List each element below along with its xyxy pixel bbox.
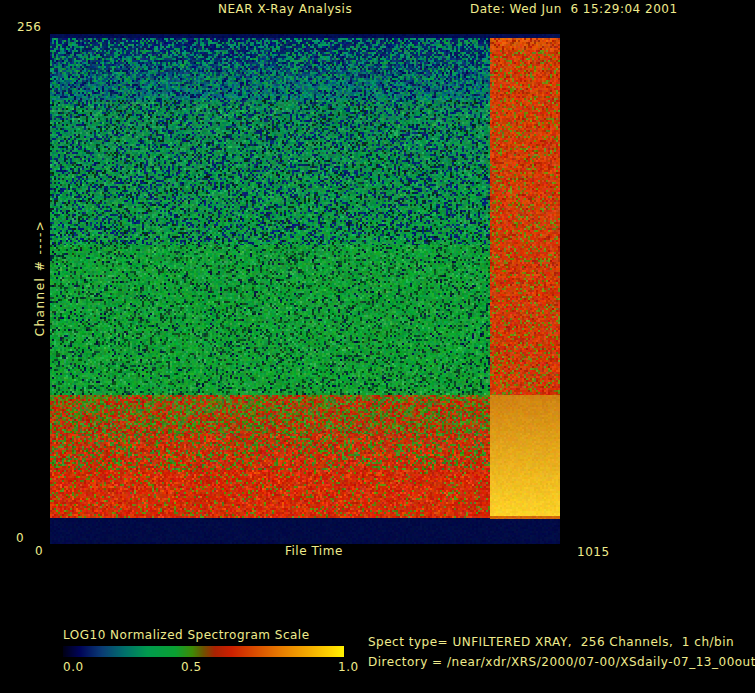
date-label: Date: Wed Jun 6 15:29:04 2001 bbox=[470, 3, 678, 16]
y-axis-title: Channel # ----> bbox=[33, 220, 47, 337]
near-xray-analysis-window: NEAR X-Ray Analysis Date: Wed Jun 6 15:2… bbox=[0, 0, 755, 693]
page-title: NEAR X-Ray Analysis bbox=[218, 3, 352, 16]
y-axis-max-tick: 256 bbox=[17, 21, 41, 34]
spect-type-line: Spect type= UNFILTERED XRAY, 256 Channel… bbox=[368, 636, 734, 649]
y-axis-min-tick: 0 bbox=[16, 532, 24, 545]
colorbar-tick-min: 0.0 bbox=[63, 661, 84, 674]
x-axis-max-tick: 1015 bbox=[577, 546, 610, 559]
colorbar-tick-max: 1.0 bbox=[338, 661, 359, 674]
x-axis-min-tick: 0 bbox=[35, 545, 43, 558]
x-axis-title: File Time bbox=[285, 545, 343, 558]
directory-line: Directory = /near/xdr/XRS/2000/07-00/XSd… bbox=[368, 656, 755, 669]
spectrogram-heatmap bbox=[50, 34, 560, 544]
colorbar-gradient bbox=[63, 646, 344, 657]
colorbar-tick-mid: 0.5 bbox=[181, 661, 202, 674]
colorbar-label: LOG10 Normalized Spectrogram Scale bbox=[63, 629, 310, 642]
